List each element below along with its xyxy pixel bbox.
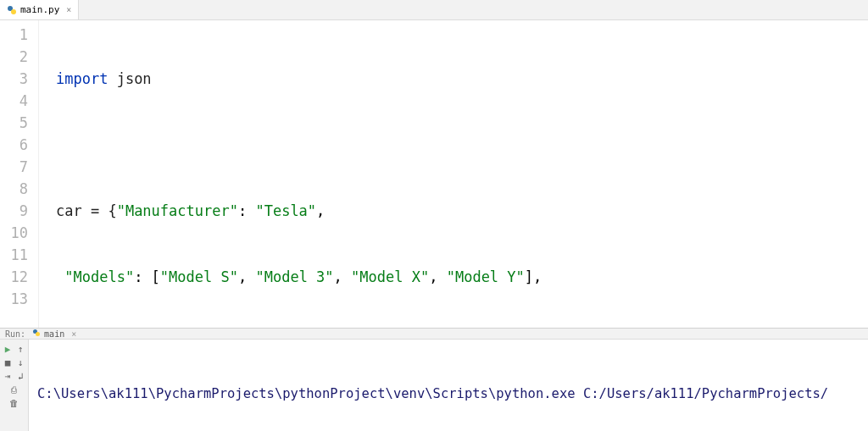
line-number: 7 [0,156,28,178]
run-tab[interactable]: main × [32,329,76,339]
line-number: 13 [0,288,28,310]
console-output[interactable]: C:\Users\ak111\PycharmProjects\pythonPro… [29,340,868,431]
stop-icon[interactable]: ■ [2,356,14,368]
svg-point-1 [11,9,16,14]
code-body: 1 2 3 4 5 6 7 8 9 10 11 12 13 import jso… [0,20,868,328]
line-number: 11 [0,244,28,266]
gutter: 1 2 3 4 5 6 7 8 9 10 11 12 13 [0,20,39,328]
print-icon[interactable]: ⎙ [8,384,20,395]
line-number: 1 [0,24,28,46]
line-number: 5 [0,112,28,134]
line-number: 6 [0,134,28,156]
run-toolbar: ▶ ↑ ■ ↓ ⇥ ↲ ⎙ 🗑 [0,340,29,431]
wrap-icon[interactable]: ↲ [14,370,26,382]
python-run-icon [32,329,41,339]
file-tab[interactable]: main.py × [0,0,79,19]
line-number: 8 [0,178,28,200]
up-arrow-icon[interactable]: ↑ [14,343,26,355]
run-tab-label: main [44,329,64,339]
line-number: 9 [0,200,28,222]
editor-area: main.py × 1 2 3 4 5 6 7 8 9 10 11 12 13 … [0,0,868,329]
python-file-icon [7,5,17,15]
line-number: 2 [0,46,28,68]
run-header: Run: main × [0,329,868,340]
trash-icon[interactable]: 🗑 [8,397,20,409]
line-number: 4 [0,90,28,112]
run-label: Run: [5,329,25,339]
code-editor[interactable]: import json car = {"Manufacturer": "Tesl… [39,20,868,328]
line-number: 10 [0,222,28,244]
svg-point-3 [36,332,40,336]
console-line: C:\Users\ak111\PycharmProjects\pythonPro… [37,384,868,404]
line-number: 12 [0,266,28,288]
line-number: 3 [0,68,28,90]
close-icon[interactable]: × [63,5,71,14]
exit-icon[interactable]: ⇥ [2,370,14,382]
tab-title: main.py [20,4,59,15]
down-arrow-icon[interactable]: ↓ [14,356,26,368]
tab-bar: main.py × [0,0,868,20]
rerun-icon[interactable]: ▶ [2,343,14,355]
close-icon[interactable]: × [68,329,76,339]
run-panel: Run: main × ▶ ↑ ■ ↓ ⇥ ↲ ⎙ 🗑 [0,329,868,431]
